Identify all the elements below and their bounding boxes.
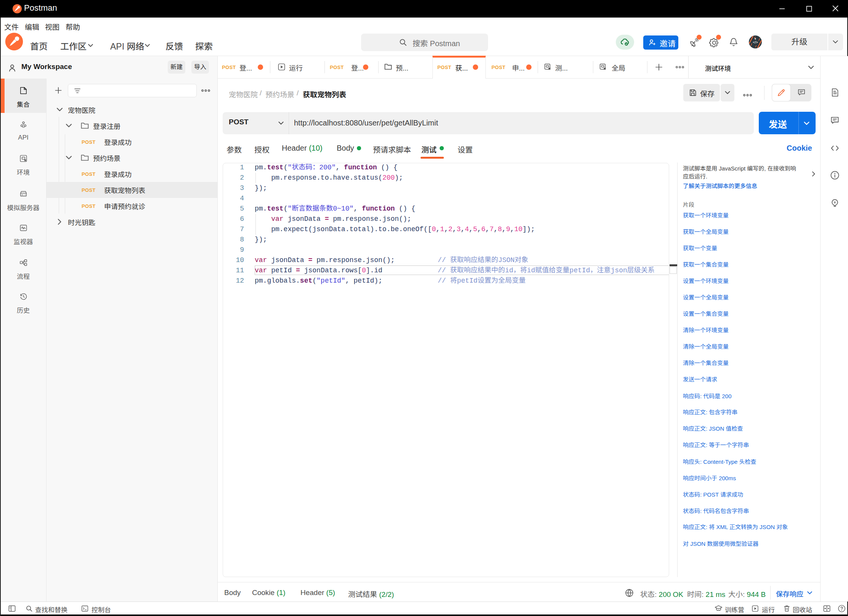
svg-text:</>: </> [753,40,758,44]
